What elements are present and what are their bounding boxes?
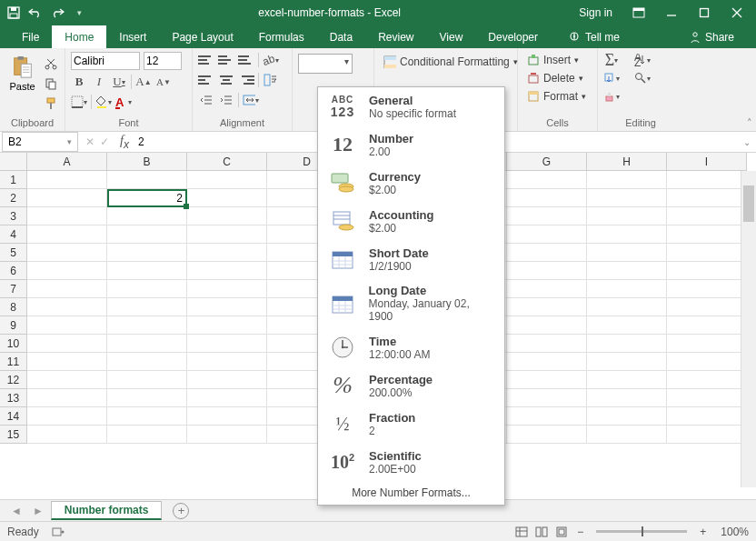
insert-function-icon[interactable]: fx xyxy=(114,134,134,151)
insert-cells-button[interactable]: Insert▾ xyxy=(523,52,582,68)
cell[interactable] xyxy=(507,316,587,335)
underline-button[interactable]: U▾ xyxy=(111,74,127,90)
cell[interactable] xyxy=(587,353,667,371)
cell[interactable] xyxy=(27,207,107,225)
cell[interactable] xyxy=(587,262,667,280)
cell[interactable] xyxy=(187,316,267,335)
decrease-indent-icon[interactable] xyxy=(198,92,214,108)
tab-home[interactable]: Home xyxy=(52,25,106,48)
cell[interactable] xyxy=(667,353,747,371)
cell[interactable] xyxy=(507,262,587,280)
cell[interactable] xyxy=(107,316,187,335)
copy-icon[interactable] xyxy=(43,75,59,92)
cell[interactable] xyxy=(107,225,187,244)
column-header[interactable]: B xyxy=(107,153,187,171)
fill-color-icon[interactable]: ▾ xyxy=(95,94,112,110)
column-header[interactable]: C xyxy=(187,153,267,171)
macro-record-icon[interactable] xyxy=(52,526,65,537)
cell[interactable] xyxy=(667,371,747,389)
orientation-icon[interactable]: ab▾ xyxy=(263,52,279,68)
more-number-formats-link[interactable]: More Number Formats... xyxy=(318,480,504,505)
cell[interactable] xyxy=(107,207,187,225)
zoom-in-button[interactable]: + xyxy=(694,526,711,538)
cell[interactable] xyxy=(27,244,107,262)
find-select-icon[interactable]: ▾ xyxy=(634,70,651,86)
cell[interactable] xyxy=(507,207,587,225)
cell[interactable] xyxy=(507,353,587,371)
ribbon-display-options-icon[interactable] xyxy=(625,2,652,24)
cell[interactable] xyxy=(187,298,267,316)
cell[interactable] xyxy=(587,189,667,207)
share-button[interactable]: Share xyxy=(676,25,747,48)
format-painter-icon[interactable] xyxy=(43,95,59,112)
font-name-select[interactable] xyxy=(71,52,140,70)
cell[interactable] xyxy=(587,280,667,298)
cell[interactable] xyxy=(507,280,587,298)
cell[interactable] xyxy=(187,244,267,262)
cell[interactable] xyxy=(667,389,747,407)
cell[interactable] xyxy=(667,426,747,444)
number-format-option[interactable]: Currency$2.00 xyxy=(318,164,504,202)
cell[interactable] xyxy=(187,171,267,189)
sign-in-link[interactable]: Sign in xyxy=(572,2,620,24)
cell[interactable] xyxy=(187,389,267,407)
cancel-formula-icon[interactable]: ✕ xyxy=(85,135,94,148)
decrease-font-icon[interactable]: A▼ xyxy=(155,74,172,90)
cell[interactable] xyxy=(107,407,187,426)
cell[interactable] xyxy=(27,189,107,207)
cell[interactable] xyxy=(107,426,187,444)
select-all-corner[interactable] xyxy=(0,153,27,171)
row-header[interactable]: 10 xyxy=(0,335,27,353)
sort-filter-icon[interactable]: AZ▾ xyxy=(634,52,651,68)
paste-button[interactable]: Paste xyxy=(5,52,39,92)
cell[interactable] xyxy=(507,171,587,189)
cell[interactable] xyxy=(27,353,107,371)
cell[interactable] xyxy=(187,335,267,353)
cut-icon[interactable] xyxy=(43,55,59,72)
row-header[interactable]: 15 xyxy=(0,426,27,444)
cell[interactable] xyxy=(587,407,667,426)
cell[interactable] xyxy=(667,298,747,316)
expand-formula-bar-icon[interactable]: ⌄ xyxy=(738,137,756,147)
delete-cells-button[interactable]: Delete▾ xyxy=(523,70,587,86)
row-header[interactable]: 11 xyxy=(0,353,27,371)
number-format-option[interactable]: Short Date1/2/1900 xyxy=(318,240,504,278)
cell[interactable] xyxy=(507,244,587,262)
zoom-out-button[interactable]: − xyxy=(572,526,589,538)
cell[interactable] xyxy=(507,407,587,426)
cell[interactable] xyxy=(187,189,267,207)
view-page-layout-icon[interactable] xyxy=(532,525,552,539)
format-cells-button[interactable]: Format▾ xyxy=(523,88,590,105)
tab-review[interactable]: Review xyxy=(365,25,426,48)
cell[interactable] xyxy=(27,298,107,316)
italic-button[interactable]: I xyxy=(91,74,107,90)
cell[interactable] xyxy=(107,298,187,316)
conditional-formatting-button[interactable]: Conditional Formatting ▾ xyxy=(380,54,522,70)
cell[interactable] xyxy=(107,353,187,371)
zoom-level[interactable]: 100% xyxy=(721,526,749,538)
zoom-slider[interactable] xyxy=(596,530,687,533)
row-header[interactable]: 13 xyxy=(0,389,27,407)
row-header[interactable]: 14 xyxy=(0,407,27,426)
cell[interactable] xyxy=(667,244,747,262)
row-header[interactable]: 7 xyxy=(0,280,27,298)
cell[interactable] xyxy=(187,225,267,244)
new-sheet-button[interactable]: + xyxy=(165,503,196,519)
column-header[interactable]: A xyxy=(27,153,107,171)
cell[interactable] xyxy=(187,262,267,280)
cell[interactable] xyxy=(587,225,667,244)
redo-icon[interactable] xyxy=(49,5,65,21)
number-format-combo[interactable] xyxy=(298,54,353,74)
cell[interactable] xyxy=(27,426,107,444)
cell[interactable] xyxy=(187,426,267,444)
cell[interactable] xyxy=(187,407,267,426)
cell[interactable]: 2 xyxy=(107,189,187,207)
sheet-nav-prev-icon[interactable]: ◄ xyxy=(7,505,25,517)
cell[interactable] xyxy=(27,262,107,280)
qat-dropdown-icon[interactable]: ▾ xyxy=(71,5,87,21)
merge-center-icon[interactable]: ▾ xyxy=(243,92,259,108)
minimize-icon[interactable] xyxy=(658,2,685,24)
number-format-option[interactable]: Time12:00:00 AM xyxy=(318,328,504,366)
row-header[interactable]: 5 xyxy=(0,244,27,262)
number-format-option[interactable]: %Percentage200.00% xyxy=(318,366,504,405)
